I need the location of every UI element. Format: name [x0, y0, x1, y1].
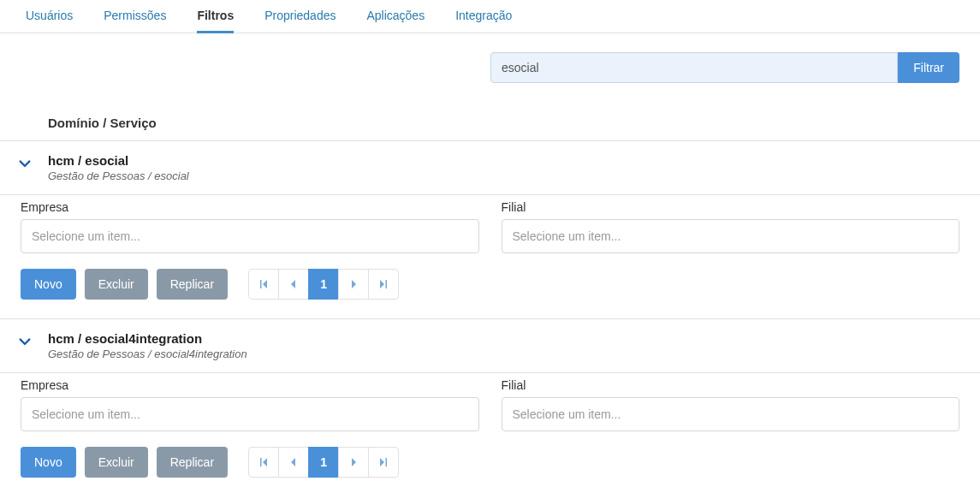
- group-title: hcm / esocial4integration: [48, 331, 247, 346]
- pager-page[interactable]: 1: [308, 269, 339, 300]
- group-title-block: hcm / esocial Gestão de Pessoas / esocia…: [48, 153, 189, 182]
- excluir-button[interactable]: Excluir: [85, 447, 148, 478]
- group-header[interactable]: hcm / esocial4integration Gestão de Pess…: [0, 319, 980, 372]
- pager-prev-icon[interactable]: [278, 269, 309, 300]
- pager: 1: [248, 447, 399, 478]
- fields-row: Empresa Filial: [21, 200, 959, 253]
- pager-last-icon[interactable]: [368, 269, 399, 300]
- tabs-nav: Usuários Permissões Filtros Propriedades…: [0, 0, 980, 33]
- tab-filtros[interactable]: Filtros: [181, 0, 249, 33]
- pager-next-icon[interactable]: [338, 447, 369, 478]
- novo-button[interactable]: Novo: [21, 447, 76, 478]
- tab-integracao[interactable]: Integração: [440, 0, 527, 33]
- group-esocial4integration: hcm / esocial4integration Gestão de Pess…: [0, 319, 980, 493]
- filter-button[interactable]: Filtrar: [898, 52, 959, 83]
- field-empresa: Empresa: [21, 378, 479, 431]
- group-body: Empresa Filial Novo Excluir Replicar 1: [0, 195, 980, 318]
- tab-aplicacoes[interactable]: Aplicações: [351, 0, 440, 33]
- label-filial: Filial: [502, 200, 960, 214]
- input-empresa[interactable]: [21, 397, 479, 431]
- label-empresa: Empresa: [21, 200, 479, 214]
- pager-page[interactable]: 1: [308, 447, 339, 478]
- pager-next-icon[interactable]: [338, 269, 369, 300]
- replicar-button[interactable]: Replicar: [157, 269, 228, 300]
- field-filial: Filial: [502, 378, 960, 431]
- fields-row: Empresa Filial: [21, 378, 959, 431]
- pager-first-icon[interactable]: [248, 447, 279, 478]
- chevron-down-icon[interactable]: [17, 335, 33, 350]
- input-empresa[interactable]: [21, 219, 479, 253]
- pager-prev-icon[interactable]: [278, 447, 309, 478]
- input-filial[interactable]: [502, 397, 960, 431]
- pager: 1: [248, 269, 399, 300]
- section-header: Domínio / Serviço: [0, 83, 980, 140]
- actions-row: Novo Excluir Replicar 1: [21, 269, 959, 300]
- group-body: Empresa Filial Novo Excluir Replicar 1: [0, 373, 980, 493]
- group-subtitle: Gestão de Pessoas / esocial: [48, 169, 189, 182]
- group-subtitle: Gestão de Pessoas / esocial4integration: [48, 347, 247, 360]
- pager-first-icon[interactable]: [248, 269, 279, 300]
- tab-usuarios[interactable]: Usuários: [10, 0, 88, 33]
- group-title-block: hcm / esocial4integration Gestão de Pess…: [48, 331, 247, 360]
- search-wrap: Filtrar: [490, 52, 959, 83]
- field-empresa: Empresa: [21, 200, 479, 253]
- label-empresa: Empresa: [21, 378, 479, 392]
- search-row: Filtrar: [0, 33, 980, 83]
- tab-propriedades[interactable]: Propriedades: [249, 0, 351, 33]
- actions-row: Novo Excluir Replicar 1: [21, 447, 959, 478]
- pager-last-icon[interactable]: [368, 447, 399, 478]
- excluir-button[interactable]: Excluir: [85, 269, 148, 300]
- replicar-button[interactable]: Replicar: [157, 447, 228, 478]
- search-input[interactable]: [490, 52, 898, 83]
- label-filial: Filial: [502, 378, 960, 392]
- group-esocial: hcm / esocial Gestão de Pessoas / esocia…: [0, 141, 980, 318]
- field-filial: Filial: [502, 200, 960, 253]
- input-filial[interactable]: [502, 219, 960, 253]
- novo-button[interactable]: Novo: [21, 269, 76, 300]
- chevron-down-icon[interactable]: [17, 157, 33, 172]
- group-title: hcm / esocial: [48, 153, 189, 168]
- group-header[interactable]: hcm / esocial Gestão de Pessoas / esocia…: [0, 141, 980, 194]
- tab-permissoes[interactable]: Permissões: [88, 0, 181, 33]
